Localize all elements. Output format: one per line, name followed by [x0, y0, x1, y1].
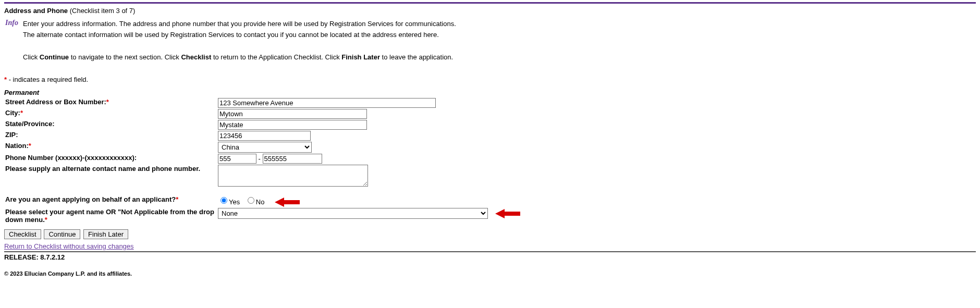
- finish-later-button[interactable]: [83, 229, 128, 239]
- street-input[interactable]: [218, 98, 436, 108]
- city-input[interactable]: [218, 109, 367, 119]
- info-label: Info: [5, 19, 18, 27]
- info-line-1: Enter your address information. The addr…: [23, 20, 976, 28]
- row-city: City:*: [4, 108, 976, 119]
- checklist-button[interactable]: [4, 229, 41, 239]
- label-alt-contact: Please supply an alternate contact name …: [5, 165, 200, 173]
- agent-no-label: No: [256, 198, 265, 206]
- row-phone: Phone Number (xxxxxx)-(xxxxxxxxxxxx): -: [4, 153, 976, 164]
- continue-button[interactable]: [44, 229, 80, 239]
- svg-marker-1: [495, 209, 520, 218]
- info-block: Info Enter your address information. The…: [4, 20, 976, 39]
- arrow-icon: [495, 209, 520, 218]
- agent-no-radio[interactable]: [248, 197, 254, 204]
- row-alt-contact: Please supply an alternate contact name …: [4, 164, 976, 189]
- label-street: Street Address or Box Number:: [5, 98, 106, 106]
- row-zip: ZIP:: [4, 130, 976, 141]
- zip-input[interactable]: [218, 131, 311, 141]
- label-state: State/Province:: [5, 120, 55, 128]
- phone-area-input[interactable]: [218, 154, 256, 164]
- state-input[interactable]: [218, 120, 367, 130]
- nav-instructions: Click Continue to navigate to the next s…: [23, 53, 976, 61]
- release-line: RELEASE: 8.7.2.12: [4, 253, 976, 261]
- row-street: Street Address or Box Number:*: [4, 97, 976, 108]
- page-header: Address and Phone (Checklist item 3 of 7…: [4, 7, 976, 15]
- top-accent-rule: [4, 2, 976, 4]
- page-title: Address and Phone: [4, 7, 68, 15]
- return-link[interactable]: Return to Checklist without saving chang…: [4, 242, 134, 250]
- required-note: * - indicates a required field.: [4, 76, 976, 83]
- alt-contact-textarea[interactable]: [218, 165, 368, 187]
- arrow-icon: [275, 198, 300, 207]
- agent-yes-label: Yes: [229, 198, 240, 206]
- agent-yes-radio[interactable]: [220, 197, 227, 204]
- address-form: Street Address or Box Number:* City:* St…: [4, 97, 976, 224]
- info-line-2: The alternate contact information will b…: [23, 31, 976, 39]
- row-agent-select: Please select your agent name OR "Not Ap…: [4, 207, 976, 224]
- label-city: City:: [5, 109, 20, 117]
- label-agent-select: Please select your agent name OR "Not Ap…: [5, 208, 214, 224]
- phone-number-input[interactable]: [263, 154, 322, 164]
- label-phone: Phone Number (xxxxxx)-(xxxxxxxxxxxx):: [5, 154, 137, 162]
- svg-marker-0: [275, 198, 300, 207]
- row-agent-question: Are you an agent applying on behalf of a…: [4, 195, 976, 207]
- label-agent-q: Are you an agent applying on behalf of a…: [5, 195, 176, 203]
- label-zip: ZIP:: [5, 131, 18, 139]
- label-nation: Nation:: [5, 142, 29, 150]
- page-subtitle: (Checklist item 3 of 7): [68, 7, 135, 15]
- agent-name-select[interactable]: None: [218, 208, 488, 219]
- nation-select[interactable]: China: [218, 142, 312, 153]
- divider: [4, 251, 976, 252]
- section-title-permanent: Permanent: [4, 89, 976, 96]
- button-row: [4, 229, 976, 239]
- row-state: State/Province:: [4, 119, 976, 130]
- row-nation: Nation:* China: [4, 141, 976, 153]
- copyright: © 2023 Ellucian Company L.P. and its aff…: [4, 270, 976, 277]
